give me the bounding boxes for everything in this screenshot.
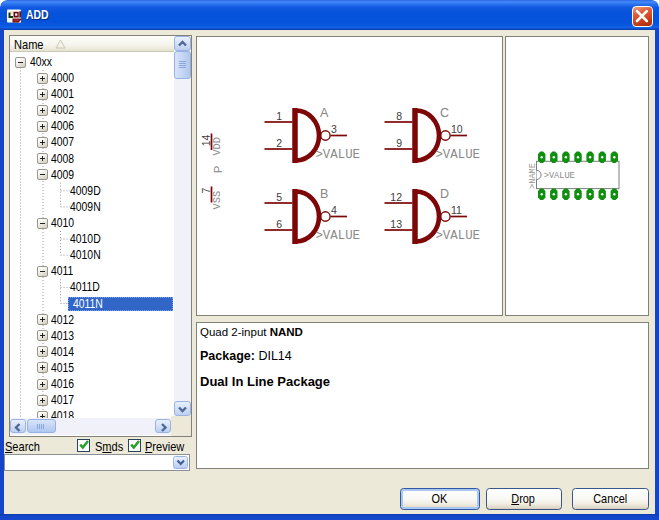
svg-text:9: 9	[396, 136, 402, 148]
svg-text:>VALUE: >VALUE	[315, 228, 360, 242]
svg-text:>VALUE: >VALUE	[315, 147, 360, 161]
svg-text:>VALUE: >VALUE	[435, 147, 480, 161]
svg-text:11: 11	[451, 203, 462, 215]
svg-text:A: A	[320, 106, 329, 120]
svg-text:13: 13	[390, 217, 402, 229]
svg-text:D: D	[440, 187, 449, 201]
svg-text:P: P	[211, 165, 223, 173]
svg-text:8: 8	[396, 109, 402, 121]
svg-text:12: 12	[390, 190, 402, 202]
svg-text:4: 4	[331, 203, 337, 215]
svg-text:10: 10	[451, 122, 463, 134]
svg-text:>VALUE: >VALUE	[435, 228, 480, 242]
svg-text:3: 3	[331, 122, 337, 134]
svg-text:2: 2	[276, 136, 282, 148]
svg-text:>NAME: >NAME	[527, 163, 537, 189]
svg-text:>VALUE: >VALUE	[543, 170, 574, 180]
svg-text:VSS: VSS	[211, 190, 223, 209]
svg-text:VDD: VDD	[211, 137, 223, 156]
svg-text:1: 1	[276, 109, 282, 121]
svg-text:5: 5	[276, 190, 282, 202]
svg-text:B: B	[320, 187, 328, 201]
svg-text:6: 6	[276, 217, 282, 229]
svg-text:C: C	[440, 106, 449, 120]
